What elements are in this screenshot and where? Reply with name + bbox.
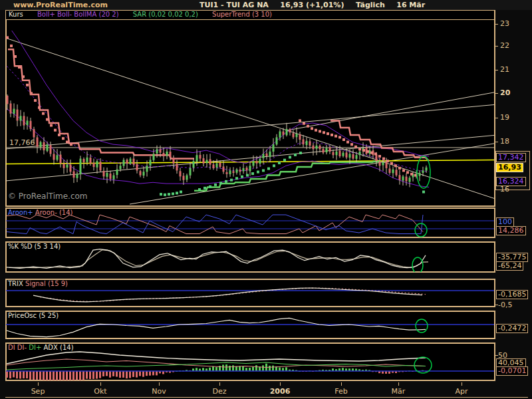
priceosc-value-box: -0,2472 <box>496 324 528 333</box>
price-chart-canvas[interactable] <box>6 31 494 205</box>
price-value-box: 16,324 <box>496 177 526 186</box>
month-label: Dez <box>212 387 226 396</box>
month-label: Sep <box>31 387 45 396</box>
legend-kurs: Kurs <box>9 11 23 18</box>
price-tick <box>495 70 498 70</box>
month-tick <box>398 382 399 386</box>
price-tick <box>495 93 498 94</box>
month-label: 2006 <box>270 387 291 396</box>
trix-label-part: TRIX <box>8 280 25 287</box>
trix-label: TRIX Signal (15 9) <box>8 280 68 287</box>
price-tick <box>495 24 498 25</box>
month-label: Nov <box>152 387 166 396</box>
price-tick <box>495 142 498 142</box>
month-label: Okt <box>94 387 106 396</box>
price-tick-label: 18 <box>500 137 509 146</box>
stoch-value-box: -65,24 <box>496 261 523 271</box>
adx-label-part: DI+ <box>29 344 43 351</box>
prorealtime-logo[interactable]: www.ProRealTime.com <box>13 1 108 9</box>
aroon-label-part: Aroon+ <box>8 209 33 216</box>
time-axis: SepOktNovDez2006FebMärApr <box>5 382 495 398</box>
trix-canvas[interactable] <box>6 279 494 307</box>
adx-canvas[interactable] <box>6 343 494 380</box>
price-tick-label: 21 <box>500 65 509 74</box>
timeframe-label: Täglich <box>356 1 385 9</box>
price-value-box: 16,93 <box>496 163 523 172</box>
aroon-value-box: 100 <box>496 217 514 227</box>
priceosc-label-part: PriceOsc (5 25) <box>8 312 59 319</box>
stoch-label-part: %K %D (5 3 14) <box>8 243 61 250</box>
priceosc-canvas[interactable] <box>6 311 494 338</box>
price-tick <box>495 46 498 47</box>
month-tick <box>341 382 342 386</box>
price-tick-label: 22 <box>500 41 509 50</box>
legend-bollinger: Boll+ Boll- BollMA (20 2) <box>37 11 119 18</box>
adx-label-part: DI <box>8 344 17 351</box>
aroon-canvas[interactable] <box>6 208 494 237</box>
symbol-name: TUI1 - TUI AG NA <box>200 1 269 9</box>
priceosc-label: PriceOsc (5 25) <box>8 312 59 319</box>
aroon-value-box: 14,286 <box>496 226 526 235</box>
price-tick-label: 23 <box>500 19 509 28</box>
month-label: Mär <box>392 387 406 396</box>
trix-tick-label: -0,5 <box>498 301 512 309</box>
adx-value-box: -0,0701 <box>496 366 528 376</box>
month-label: Apr <box>455 387 467 396</box>
aroon-label-part: Aroon- (14) <box>33 209 73 216</box>
stoch-canvas[interactable] <box>6 242 494 272</box>
instrument-title: TUI1 - TUI AG NA 16,93 (+1,01%) Täglich … <box>200 1 434 9</box>
adx-label-part: ADX (14) <box>43 344 73 351</box>
adx-label: DI DI- DI+ ADX (14) <box>8 344 74 351</box>
month-tick <box>38 382 39 386</box>
top-title-bar: www.ProRealTime.com TUI1 - TUI AG NA 16,… <box>0 0 532 10</box>
price-chart-legend: Kurs Boll+ Boll- BollMA (20 2) SAR (0,02… <box>6 11 494 20</box>
adx-label-part: DI- <box>17 344 29 351</box>
price-tick-label: 20 <box>500 88 510 97</box>
price-level-label: 17,766 <box>9 138 35 147</box>
trix-value-box: -0,1685 <box>496 290 528 299</box>
month-tick <box>280 382 281 386</box>
last-quote: 16,93 (+1,01%) <box>280 1 344 9</box>
month-tick <box>462 382 462 386</box>
month-tick <box>219 382 220 386</box>
legend-supertrend: SuperTrend (3 10) <box>212 11 272 18</box>
trix-label-part: Signal (15 9) <box>25 280 68 287</box>
month-tick <box>100 382 101 386</box>
stoch-value-box: -35,775 <box>496 253 528 262</box>
bottom-border-line <box>5 397 528 398</box>
date-label: 16 Mär <box>396 1 425 9</box>
watermark: © ProRealTime.com <box>8 192 88 201</box>
price-value-box: 17,342 <box>496 153 526 162</box>
aroon-label: Aroon+ Aroon- (14) <box>8 209 73 216</box>
price-tick-label: 19 <box>500 113 509 122</box>
proreal-time-chart-window: { "header": { "logo": "www.ProRealTime.c… <box>0 0 532 399</box>
month-tick <box>159 382 160 386</box>
legend-sar: SAR (0,02 0,02 0,2) <box>133 11 198 18</box>
month-label: Feb <box>334 387 347 396</box>
stoch-label: %K %D (5 3 14) <box>8 243 61 250</box>
price-tick <box>495 118 498 118</box>
